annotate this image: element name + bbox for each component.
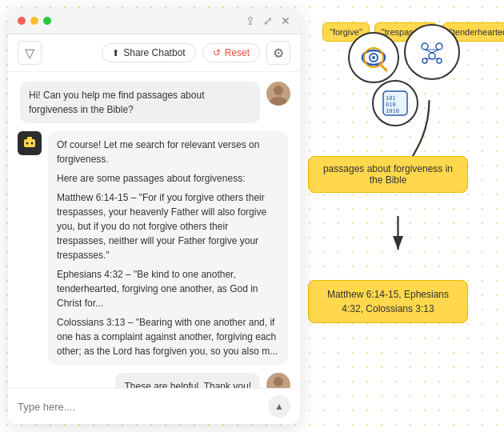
svg-line-15 — [380, 64, 386, 70]
reset-button[interactable]: ↺ Reset — [202, 43, 260, 62]
reset-icon: ↺ — [213, 47, 221, 58]
message-row: Hi! Can you help me find passages about … — [18, 82, 290, 123]
main-container: ⇪ ⤢ ✕ ▽ ⬆ Share Chatbot ↺ Reset ⚙ — [8, 8, 496, 424]
code-icon-circle: 101 010 1010 — [372, 80, 418, 126]
window-maximize-dot[interactable] — [43, 17, 51, 25]
toolbar: ▽ ⬆ Share Chatbot ↺ Reset ⚙ — [8, 34, 300, 72]
title-bar: ⇪ ⤢ ✕ — [8, 8, 300, 34]
svg-point-18 — [436, 43, 442, 50]
share-chatbot-button[interactable]: ⬆ Share Chatbot — [102, 43, 195, 62]
window-minimize-dot[interactable] — [30, 17, 38, 25]
settings-button[interactable]: ⚙ — [266, 41, 290, 65]
window-close-dot[interactable] — [18, 17, 26, 25]
svg-text:1010: 1010 — [386, 108, 399, 114]
svg-point-0 — [274, 86, 283, 95]
share-icon: ⬆ — [112, 48, 119, 58]
svg-point-1 — [270, 97, 287, 106]
svg-point-20 — [422, 58, 427, 63]
svg-point-21 — [437, 58, 442, 63]
results-box: Matthew 6:14-15, Ephesians 4:32, Colossi… — [308, 280, 468, 323]
message-bubble: These are helpful. Thank you! — [115, 373, 260, 388]
svg-text:101: 101 — [386, 95, 396, 102]
filter-button[interactable]: ▽ — [18, 41, 42, 65]
chat-input-area: ▲ — [8, 388, 300, 424]
filter-icon: ▽ — [25, 46, 34, 61]
brain-icon-circle — [404, 24, 460, 80]
svg-point-17 — [422, 43, 428, 50]
chat-messages: Hi! Can you help me find passages about … — [8, 72, 300, 388]
diagram-arrows — [300, 8, 496, 424]
svg-rect-2 — [24, 139, 35, 147]
message-row: Of course! Let me search for relevant ve… — [18, 131, 290, 365]
chat-window: ⇪ ⤢ ✕ ▽ ⬆ Share Chatbot ↺ Reset ⚙ — [8, 8, 300, 424]
send-icon: ▲ — [274, 401, 284, 412]
chat-input[interactable] — [18, 401, 262, 413]
svg-point-4 — [26, 142, 29, 145]
diagram-panel: 101 010 1010 passages about forgivenes — [300, 8, 496, 424]
message-row: These are helpful. Thank you! — [18, 373, 290, 388]
window-icon-share[interactable]: ⇪ — [246, 14, 255, 27]
avatar — [18, 131, 42, 155]
svg-point-19 — [429, 53, 435, 59]
svg-text:010: 010 — [386, 102, 396, 108]
gear-icon: ⚙ — [273, 46, 284, 61]
svg-point-5 — [31, 142, 34, 145]
message-bubble: Of course! Let me search for relevant ve… — [48, 131, 288, 365]
keywords-row: "forgive" "trespasses" "tenderhearted" — [316, 16, 488, 48]
svg-rect-3 — [27, 137, 32, 140]
message-bubble: Hi! Can you help me find passages about … — [20, 82, 260, 123]
svg-point-6 — [274, 377, 283, 386]
svg-point-14 — [372, 56, 375, 59]
avatar — [266, 373, 290, 388]
avatar — [266, 82, 290, 106]
window-icon-expand[interactable]: ⤢ — [263, 14, 273, 27]
query-box: passages about forgiveness in the Bible — [308, 156, 468, 193]
send-button[interactable]: ▲ — [268, 395, 290, 418]
window-icon-close[interactable]: ✕ — [281, 14, 290, 27]
eye-icon-circle — [348, 32, 399, 83]
